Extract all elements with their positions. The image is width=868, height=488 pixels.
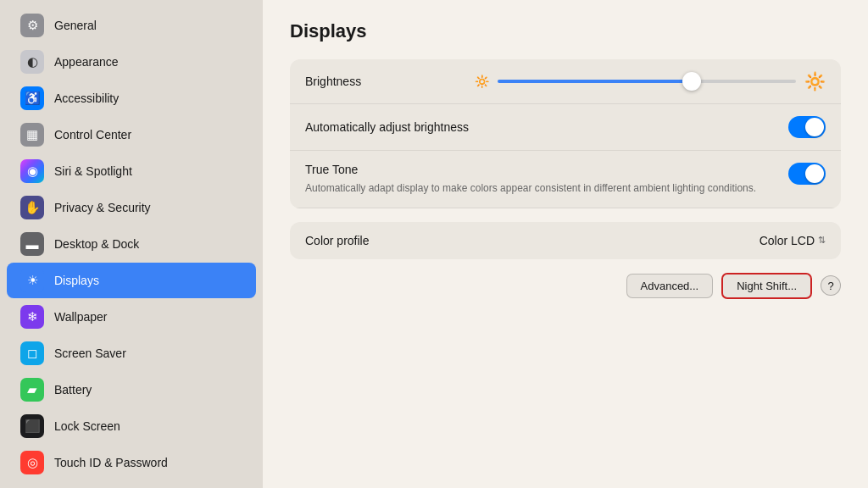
sidebar-item-control-center[interactable]: ▦Control Center — [7, 117, 256, 152]
screen-saver-icon: ◻ — [20, 341, 44, 365]
appearance-icon: ◐ — [20, 50, 44, 74]
touch-id-icon: ◎ — [20, 451, 44, 474]
battery-icon: ▰ — [20, 378, 44, 402]
color-profile-value-text: Color LCD — [760, 234, 815, 247]
true-tone-toggle[interactable] — [788, 163, 826, 185]
sidebar-item-label-appearance: Appearance — [54, 55, 119, 69]
sidebar-item-displays[interactable]: ☀Displays — [7, 263, 256, 298]
true-tone-description: Automatically adapt display to make colo… — [305, 182, 756, 194]
displays-icon: ☀ — [20, 269, 44, 292]
sidebar-item-label-screen-saver: Screen Saver — [54, 347, 126, 360]
control-center-icon: ▦ — [20, 123, 44, 147]
wallpaper-icon: ❄ — [20, 305, 44, 329]
accessibility-icon: ♿ — [20, 86, 44, 110]
sidebar-item-label-control-center: Control Center — [54, 128, 131, 141]
sidebar: ⚙General◐Appearance♿Accessibility▦Contro… — [0, 0, 263, 488]
color-profile-card: Color profile Color LCD ⇅ — [290, 222, 841, 259]
auto-brightness-toggle-knob — [805, 118, 824, 136]
sidebar-item-battery[interactable]: ▰Battery — [7, 372, 256, 408]
true-tone-label: True Tone — [305, 163, 756, 176]
sidebar-item-label-displays: Displays — [54, 274, 99, 287]
main-content: Displays Brightness 🔆 🔆 Automatically ad… — [263, 0, 868, 488]
brightness-row: Brightness 🔆 🔆 — [290, 59, 841, 104]
night-shift-button[interactable]: Night Shift... — [721, 273, 812, 299]
sidebar-item-wallpaper[interactable]: ❄Wallpaper — [7, 299, 256, 335]
sun-large-icon: 🔆 — [804, 71, 826, 92]
sidebar-item-siri-spotlight[interactable]: ◉Siri & Spotlight — [7, 153, 256, 189]
lock-screen-icon: ⬛ — [20, 414, 44, 438]
auto-brightness-row: Automatically adjust brightness — [290, 104, 841, 151]
true-tone-text: True Tone Automatically adapt display to… — [305, 163, 756, 196]
auto-brightness-toggle[interactable] — [788, 116, 826, 138]
sidebar-item-touch-id[interactable]: ◎Touch ID & Password — [7, 445, 256, 480]
color-profile-selector[interactable]: Color LCD ⇅ — [760, 234, 826, 247]
bottom-buttons: Advanced... Night Shift... ? — [290, 273, 841, 299]
sidebar-item-desktop-dock[interactable]: ▬Desktop & Dock — [7, 226, 256, 262]
sidebar-item-label-general: General — [54, 19, 97, 32]
auto-brightness-label: Automatically adjust brightness — [305, 120, 475, 134]
true-tone-toggle-knob — [805, 164, 824, 183]
sidebar-item-label-desktop-dock: Desktop & Dock — [54, 237, 139, 251]
sidebar-item-label-accessibility: Accessibility — [54, 92, 119, 105]
sidebar-item-label-battery: Battery — [54, 383, 92, 396]
sidebar-item-lock-screen[interactable]: ⬛Lock Screen — [7, 408, 256, 444]
brightness-label: Brightness — [305, 75, 475, 88]
brightness-slider-track[interactable] — [498, 80, 796, 83]
sidebar-item-label-wallpaper: Wallpaper — [54, 310, 108, 324]
help-button[interactable]: ? — [821, 275, 841, 296]
sidebar-item-label-lock-screen: Lock Screen — [54, 419, 120, 433]
true-tone-row: True Tone Automatically adapt display to… — [290, 151, 841, 208]
auto-brightness-control — [475, 116, 826, 138]
advanced-button[interactable]: Advanced... — [626, 274, 714, 298]
sidebar-item-label-privacy-security: Privacy & Security — [54, 201, 151, 214]
color-profile-label: Color profile — [305, 234, 369, 247]
chevron-updown-icon: ⇅ — [818, 235, 826, 246]
sidebar-item-privacy-security[interactable]: ✋Privacy & Security — [7, 190, 256, 225]
brightness-slider-container: 🔆 🔆 — [475, 71, 826, 92]
page-title: Displays — [290, 20, 841, 42]
brightness-control[interactable]: 🔆 🔆 — [475, 71, 826, 92]
sidebar-item-label-touch-id: Touch ID & Password — [54, 456, 168, 469]
sidebar-item-accessibility[interactable]: ♿Accessibility — [7, 80, 256, 116]
siri-spotlight-icon: ◉ — [20, 159, 44, 183]
sidebar-item-screen-saver[interactable]: ◻Screen Saver — [7, 336, 256, 371]
privacy-security-icon: ✋ — [20, 196, 44, 219]
sidebar-item-label-siri-spotlight: Siri & Spotlight — [54, 164, 132, 178]
sidebar-item-appearance[interactable]: ◐Appearance — [7, 44, 256, 80]
brightness-slider-thumb[interactable] — [682, 72, 701, 91]
sidebar-item-general[interactable]: ⚙General — [7, 8, 256, 43]
general-icon: ⚙ — [20, 14, 44, 37]
display-settings-card: Brightness 🔆 🔆 Automatically adjust brig… — [290, 59, 841, 208]
sun-small-icon: 🔆 — [475, 75, 489, 88]
desktop-dock-icon: ▬ — [20, 232, 44, 256]
